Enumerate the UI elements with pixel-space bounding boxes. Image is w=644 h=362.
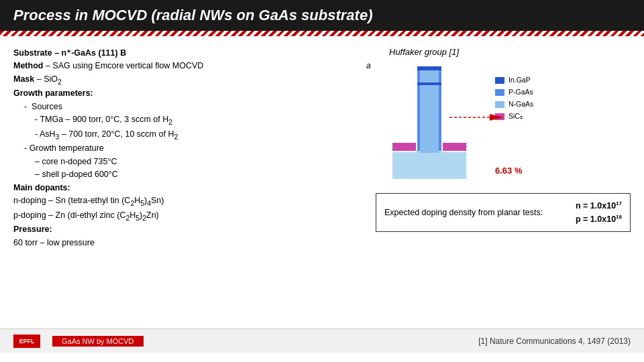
doping-density-label: Expected doping density from planar test…	[384, 208, 543, 217]
shell-line: – shell p-doped 600°C	[35, 168, 362, 181]
legend-color-ingap	[495, 77, 504, 84]
doping-density-box: Expected doping density from planar test…	[376, 193, 631, 232]
svg-rect-4	[443, 143, 466, 151]
legend-color-ngaas	[495, 101, 504, 108]
left-column: Substrate – n⁺-GaAs (111) B Method – SAG…	[13, 47, 362, 322]
legend-label-pgaas: P-GaAs	[508, 86, 533, 99]
pressure-value: 60 torr – low pressure	[13, 237, 362, 249]
mask-line: Mask – SiO2	[13, 73, 362, 88]
percent-label: 6.63 %	[495, 166, 533, 176]
growth-params-label: Growth parameters:	[13, 87, 362, 100]
main-content: Substrate – n⁺-GaAs (111) B Method – SAG…	[0, 36, 644, 328]
footer-reference: [1] Nature Communications 4, 1497 (2013)	[478, 337, 631, 346]
footer-slide-label: GaAs NW by MOCVD	[52, 336, 144, 347]
svg-rect-10	[417, 69, 420, 82]
p-doping-line: p-doping – Zn (di-ethyl zinc (C2H5)2Zn)	[13, 209, 362, 224]
right-column: Huffaker group [1] a	[376, 47, 631, 322]
nanowire-diagram	[376, 64, 483, 184]
legend-label-ngaas: N-GaAs	[508, 99, 533, 111]
p-value: p = 1.0x1018	[576, 213, 622, 226]
decorative-stripe	[0, 31, 644, 36]
page-header: Process in MOCVD (radial NWs on GaAs sub…	[0, 0, 644, 31]
svg-rect-7	[439, 84, 441, 151]
n-value: n = 1.0x1017	[576, 199, 622, 213]
legend-item-ngaas: N-GaAs	[495, 99, 533, 111]
substrate-line: Substrate – n⁺-GaAs (111) B	[13, 47, 362, 60]
svg-rect-11	[439, 69, 441, 82]
percent-arrow	[449, 111, 503, 124]
page-title: Process in MOCVD (radial NWs on GaAs sub…	[13, 7, 372, 23]
svg-rect-12	[417, 66, 441, 70]
svg-rect-5	[420, 84, 439, 153]
tmga-line: - TMGa – 900 torr, 0°C, 3 sccm of H2	[35, 113, 362, 128]
svg-rect-3	[392, 143, 416, 151]
legend-label-sic2: SiC₂	[508, 111, 523, 123]
huffaker-label: Huffaker group [1]	[389, 47, 459, 57]
legend-color-pgaas	[495, 89, 504, 96]
legend-item-pgaas: P-GaAs	[495, 86, 533, 99]
diagram-a-label: a	[366, 61, 371, 70]
ash3-line: - AsH3 – 700 torr, 20°C, 10 sccm of H2	[35, 128, 362, 143]
svg-rect-9	[420, 69, 439, 82]
diagram-area: a	[376, 64, 533, 186]
svg-marker-14	[490, 114, 503, 121]
method-line: Method – SAG using Emcore vertical flow …	[13, 60, 362, 72]
growth-temp-line: - Growth temperature	[24, 142, 362, 155]
svg-rect-0	[392, 151, 466, 179]
core-line: – core n-doped 735°C	[35, 156, 362, 168]
svg-rect-6	[417, 84, 420, 151]
sources-line: - Sources	[24, 101, 362, 113]
legend-item-ingap: In.GaP	[495, 74, 533, 86]
footer-logo-area: EPFL GaAs NW by MOCVD	[13, 335, 144, 348]
pressure-label: Pressure:	[13, 223, 362, 236]
footer: EPFL GaAs NW by MOCVD [1] Nature Communi…	[0, 328, 644, 353]
main-dopants-label: Main dopants:	[13, 182, 362, 194]
n-doping-line: n-doping – Sn (tetra-ethyl tin (C2H5)4Sn…	[13, 194, 362, 209]
legend-label-ingap: In.GaP	[508, 74, 531, 86]
epfl-logo: EPFL	[13, 335, 40, 348]
doping-values: n = 1.0x1017 p = 1.0x1018	[576, 199, 622, 226]
